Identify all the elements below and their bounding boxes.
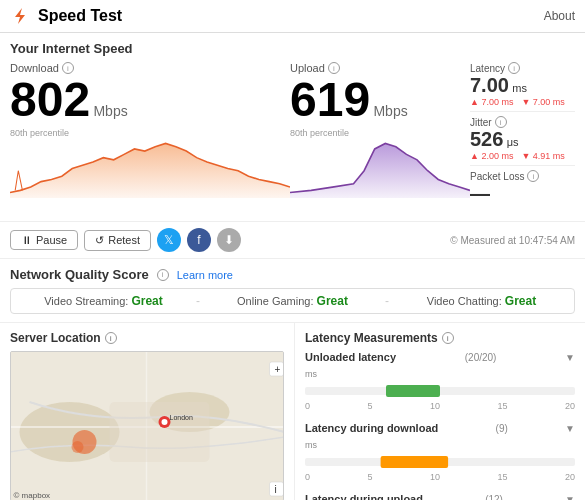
pause-button[interactable]: ⏸ Pause (10, 230, 78, 250)
nq-chatting-score: Great (505, 294, 536, 308)
speed-row: Download i 802 Mbps 80th percentile (10, 62, 575, 213)
nq-gaming-label: Online Gaming: (237, 295, 313, 307)
retest-icon: ↺ (95, 234, 104, 247)
twitter-share-button[interactable]: 𝕏 (157, 228, 181, 252)
unloaded-latency-title: Unloaded latency (305, 351, 396, 363)
latency-stat: Latency i 7.00 ms ▲ 7.00 ms ▼ 7.00 ms (470, 62, 575, 112)
download-value: 802 (10, 73, 90, 126)
packet-loss-stat: Packet Loss i — (470, 170, 575, 209)
bottom-row: Server Location i (0, 323, 585, 500)
upload-section: Upload i 619 Mbps 80th percentile (290, 62, 470, 213)
upload-chart: 80th percentile (290, 128, 470, 188)
latency-sub: ▲ 7.00 ms ▼ 7.00 ms (470, 97, 575, 107)
jitter-sub: ▲ 2.00 ms ▼ 4.91 ms (470, 151, 575, 161)
facebook-share-button[interactable]: f (187, 228, 211, 252)
download-latency-section: Latency during download (9) ▼ ms 0 5 10 … (305, 422, 575, 485)
download-value-row: 802 Mbps (10, 76, 290, 124)
nq-gaming-score: Great (317, 294, 348, 308)
jitter-value-row: 526 μs (470, 128, 575, 151)
upload-latency-chevron-icon: ▼ (565, 494, 575, 501)
download-latency-header[interactable]: Latency during download (9) ▼ (305, 422, 575, 434)
svg-text:London: London (170, 414, 193, 421)
download-latency-title: Latency during download (305, 422, 438, 434)
latency-measurements-section: Latency Measurements i Unloaded latency … (295, 323, 585, 500)
svg-point-3 (20, 402, 120, 462)
jitter-unit: μs (507, 136, 519, 148)
nq-learn-more[interactable]: Learn more (177, 269, 233, 281)
unloaded-latency-chart: ms 0 5 10 15 20 (305, 367, 575, 414)
upload-unit: Mbps (373, 103, 407, 119)
server-location-title: Server Location i (10, 331, 284, 345)
nq-video-label: Video Streaming: (44, 295, 128, 307)
about-link[interactable]: About (544, 9, 575, 23)
packet-loss-value: — (470, 182, 575, 205)
network-quality-section: Network Quality Score i Learn more Video… (0, 259, 585, 323)
upload-value-row: 619 Mbps (290, 76, 470, 124)
nq-scores-bar: Video Streaming: Great - Online Gaming: … (10, 288, 575, 314)
unloaded-latency-chevron-icon: ▼ (565, 352, 575, 363)
map-terrain-svg: © mapbox + i London (11, 352, 283, 500)
jitter-stat: Jitter i 526 μs ▲ 2.00 ms ▼ 4.91 ms (470, 116, 575, 166)
download-ms-label: ms (305, 440, 575, 450)
latency-info-icon[interactable]: i (508, 62, 520, 74)
server-location-map: © mapbox + i London (10, 351, 284, 500)
measured-text: © Measured at 10:47:54 AM (450, 235, 575, 246)
upload-chart-svg (290, 138, 470, 198)
upload-latency-title: Latency during upload (305, 493, 423, 500)
stats-section: Latency i 7.00 ms ▲ 7.00 ms ▼ 7.00 ms Ji… (470, 62, 575, 213)
latency-label: Latency i (470, 62, 575, 74)
svg-rect-21 (381, 456, 449, 468)
latency-sub1: ▲ 7.00 ms (470, 97, 513, 107)
download-axis: 0 5 10 15 20 (305, 472, 575, 482)
nq-header: Network Quality Score i Learn more (10, 267, 575, 282)
unloaded-bar-svg (305, 381, 575, 401)
pause-label: Pause (36, 234, 67, 246)
svg-point-11 (72, 441, 84, 453)
download-latency-count: (9) (496, 423, 508, 434)
download-latency-chart: ms 0 5 10 15 20 (305, 438, 575, 485)
retest-button[interactable]: ↺ Retest (84, 230, 151, 251)
latency-unit: ms (512, 82, 527, 94)
svg-text:i: i (275, 484, 277, 495)
svg-text:© mapbox: © mapbox (14, 491, 51, 500)
upload-latency-section: Latency during upload (12) ▼ ms 0 5 (305, 493, 575, 500)
twitter-icon: 𝕏 (164, 233, 174, 247)
latency-sub2: ▼ 7.00 ms (521, 97, 564, 107)
server-location-info-icon[interactable]: i (105, 332, 117, 344)
unloaded-ms-label: ms (305, 369, 575, 379)
upload-latency-header[interactable]: Latency during upload (12) ▼ (305, 493, 575, 500)
nq-chatting-label: Video Chatting: (427, 295, 502, 307)
share-icon: ⬇ (224, 233, 234, 247)
nq-online-gaming: Online Gaming: Great (200, 289, 385, 313)
action-buttons: ⏸ Pause ↺ Retest 𝕏 f ⬇ (10, 228, 241, 252)
jitter-sub1: ▲ 2.00 ms (470, 151, 513, 161)
pause-icon: ⏸ (21, 234, 32, 246)
app-logo-icon (10, 6, 30, 26)
jitter-info-icon[interactable]: i (495, 116, 507, 128)
generic-share-button[interactable]: ⬇ (217, 228, 241, 252)
download-section: Download i 802 Mbps 80th percentile (10, 62, 290, 213)
packet-loss-info-icon[interactable]: i (527, 170, 539, 182)
unloaded-latency-section: Unloaded latency (20/20) ▼ ms 0 5 10 15 (305, 351, 575, 414)
svg-point-9 (162, 419, 168, 425)
unloaded-axis: 0 5 10 15 20 (305, 401, 575, 411)
download-chart-svg (10, 138, 290, 198)
nq-video-streaming: Video Streaming: Great (11, 289, 196, 313)
retest-label: Retest (108, 234, 140, 246)
unloaded-latency-header[interactable]: Unloaded latency (20/20) ▼ (305, 351, 575, 363)
nq-info-icon[interactable]: i (157, 269, 169, 281)
nq-video-chatting: Video Chatting: Great (389, 289, 574, 313)
latency-measurements-title: Latency Measurements i (305, 331, 575, 345)
svg-text:+: + (275, 364, 281, 375)
latency-value: 7.00 (470, 74, 509, 96)
download-chart: 80th percentile (10, 128, 290, 188)
upload-chart-label: 80th percentile (290, 128, 470, 138)
download-chart-label: 80th percentile (10, 128, 290, 138)
latency-value-row: 7.00 ms (470, 74, 575, 97)
nq-title: Network Quality Score (10, 267, 149, 282)
download-unit: Mbps (93, 103, 127, 119)
action-row: ⏸ Pause ↺ Retest 𝕏 f ⬇ © Measured at 10:… (0, 222, 585, 259)
latency-meas-info-icon[interactable]: i (442, 332, 454, 344)
internet-speed-section: Your Internet Speed Download i 802 Mbps … (0, 33, 585, 222)
jitter-label: Jitter i (470, 116, 575, 128)
